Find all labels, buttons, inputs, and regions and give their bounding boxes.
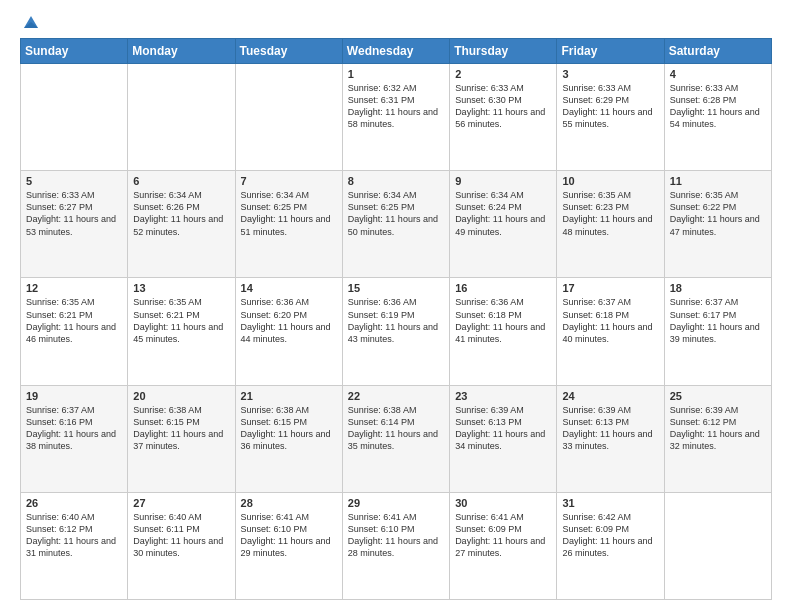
calendar-cell: 31Sunrise: 6:42 AMSunset: 6:09 PMDayligh… bbox=[557, 492, 664, 599]
calendar-cell: 12Sunrise: 6:35 AMSunset: 6:21 PMDayligh… bbox=[21, 278, 128, 385]
day-info: Sunrise: 6:41 AMSunset: 6:09 PMDaylight:… bbox=[455, 511, 551, 560]
calendar-cell: 17Sunrise: 6:37 AMSunset: 6:18 PMDayligh… bbox=[557, 278, 664, 385]
calendar-cell: 20Sunrise: 6:38 AMSunset: 6:15 PMDayligh… bbox=[128, 385, 235, 492]
day-number: 20 bbox=[133, 390, 229, 402]
calendar-cell: 27Sunrise: 6:40 AMSunset: 6:11 PMDayligh… bbox=[128, 492, 235, 599]
day-number: 2 bbox=[455, 68, 551, 80]
calendar-cell: 15Sunrise: 6:36 AMSunset: 6:19 PMDayligh… bbox=[342, 278, 449, 385]
calendar-cell bbox=[21, 64, 128, 171]
calendar-cell: 3Sunrise: 6:33 AMSunset: 6:29 PMDaylight… bbox=[557, 64, 664, 171]
weekday-header-thursday: Thursday bbox=[450, 39, 557, 64]
day-info: Sunrise: 6:40 AMSunset: 6:12 PMDaylight:… bbox=[26, 511, 122, 560]
calendar-cell: 30Sunrise: 6:41 AMSunset: 6:09 PMDayligh… bbox=[450, 492, 557, 599]
day-number: 23 bbox=[455, 390, 551, 402]
weekday-header-friday: Friday bbox=[557, 39, 664, 64]
calendar-cell: 29Sunrise: 6:41 AMSunset: 6:10 PMDayligh… bbox=[342, 492, 449, 599]
logo-icon bbox=[22, 14, 40, 32]
day-info: Sunrise: 6:34 AMSunset: 6:24 PMDaylight:… bbox=[455, 189, 551, 238]
calendar-cell bbox=[664, 492, 771, 599]
day-number: 27 bbox=[133, 497, 229, 509]
day-info: Sunrise: 6:34 AMSunset: 6:25 PMDaylight:… bbox=[241, 189, 337, 238]
calendar-cell bbox=[128, 64, 235, 171]
weekday-header-wednesday: Wednesday bbox=[342, 39, 449, 64]
day-number: 22 bbox=[348, 390, 444, 402]
day-info: Sunrise: 6:40 AMSunset: 6:11 PMDaylight:… bbox=[133, 511, 229, 560]
calendar-cell: 25Sunrise: 6:39 AMSunset: 6:12 PMDayligh… bbox=[664, 385, 771, 492]
calendar-cell: 16Sunrise: 6:36 AMSunset: 6:18 PMDayligh… bbox=[450, 278, 557, 385]
calendar-cell: 13Sunrise: 6:35 AMSunset: 6:21 PMDayligh… bbox=[128, 278, 235, 385]
weekday-header-saturday: Saturday bbox=[664, 39, 771, 64]
calendar-cell: 5Sunrise: 6:33 AMSunset: 6:27 PMDaylight… bbox=[21, 171, 128, 278]
day-info: Sunrise: 6:38 AMSunset: 6:14 PMDaylight:… bbox=[348, 404, 444, 453]
calendar-week-1: 1Sunrise: 6:32 AMSunset: 6:31 PMDaylight… bbox=[21, 64, 772, 171]
day-info: Sunrise: 6:36 AMSunset: 6:18 PMDaylight:… bbox=[455, 296, 551, 345]
day-info: Sunrise: 6:41 AMSunset: 6:10 PMDaylight:… bbox=[348, 511, 444, 560]
day-number: 7 bbox=[241, 175, 337, 187]
day-number: 17 bbox=[562, 282, 658, 294]
day-info: Sunrise: 6:36 AMSunset: 6:20 PMDaylight:… bbox=[241, 296, 337, 345]
day-number: 28 bbox=[241, 497, 337, 509]
day-number: 3 bbox=[562, 68, 658, 80]
day-number: 1 bbox=[348, 68, 444, 80]
calendar-cell: 7Sunrise: 6:34 AMSunset: 6:25 PMDaylight… bbox=[235, 171, 342, 278]
day-number: 30 bbox=[455, 497, 551, 509]
calendar-table: SundayMondayTuesdayWednesdayThursdayFrid… bbox=[20, 38, 772, 600]
calendar-week-3: 12Sunrise: 6:35 AMSunset: 6:21 PMDayligh… bbox=[21, 278, 772, 385]
day-info: Sunrise: 6:38 AMSunset: 6:15 PMDaylight:… bbox=[241, 404, 337, 453]
day-info: Sunrise: 6:33 AMSunset: 6:28 PMDaylight:… bbox=[670, 82, 766, 131]
day-info: Sunrise: 6:33 AMSunset: 6:29 PMDaylight:… bbox=[562, 82, 658, 131]
day-info: Sunrise: 6:37 AMSunset: 6:16 PMDaylight:… bbox=[26, 404, 122, 453]
day-info: Sunrise: 6:42 AMSunset: 6:09 PMDaylight:… bbox=[562, 511, 658, 560]
page: SundayMondayTuesdayWednesdayThursdayFrid… bbox=[0, 0, 792, 612]
calendar-cell: 1Sunrise: 6:32 AMSunset: 6:31 PMDaylight… bbox=[342, 64, 449, 171]
calendar-cell: 28Sunrise: 6:41 AMSunset: 6:10 PMDayligh… bbox=[235, 492, 342, 599]
calendar-cell: 19Sunrise: 6:37 AMSunset: 6:16 PMDayligh… bbox=[21, 385, 128, 492]
calendar-cell: 8Sunrise: 6:34 AMSunset: 6:25 PMDaylight… bbox=[342, 171, 449, 278]
day-info: Sunrise: 6:36 AMSunset: 6:19 PMDaylight:… bbox=[348, 296, 444, 345]
day-number: 6 bbox=[133, 175, 229, 187]
day-number: 8 bbox=[348, 175, 444, 187]
day-info: Sunrise: 6:33 AMSunset: 6:27 PMDaylight:… bbox=[26, 189, 122, 238]
calendar-cell bbox=[235, 64, 342, 171]
day-number: 18 bbox=[670, 282, 766, 294]
day-number: 5 bbox=[26, 175, 122, 187]
day-number: 12 bbox=[26, 282, 122, 294]
day-info: Sunrise: 6:34 AMSunset: 6:26 PMDaylight:… bbox=[133, 189, 229, 238]
day-number: 16 bbox=[455, 282, 551, 294]
calendar-cell: 14Sunrise: 6:36 AMSunset: 6:20 PMDayligh… bbox=[235, 278, 342, 385]
day-info: Sunrise: 6:35 AMSunset: 6:21 PMDaylight:… bbox=[133, 296, 229, 345]
day-number: 25 bbox=[670, 390, 766, 402]
calendar-cell: 4Sunrise: 6:33 AMSunset: 6:28 PMDaylight… bbox=[664, 64, 771, 171]
calendar-cell: 24Sunrise: 6:39 AMSunset: 6:13 PMDayligh… bbox=[557, 385, 664, 492]
day-number: 14 bbox=[241, 282, 337, 294]
day-number: 19 bbox=[26, 390, 122, 402]
day-info: Sunrise: 6:35 AMSunset: 6:21 PMDaylight:… bbox=[26, 296, 122, 345]
calendar-cell: 26Sunrise: 6:40 AMSunset: 6:12 PMDayligh… bbox=[21, 492, 128, 599]
calendar-week-5: 26Sunrise: 6:40 AMSunset: 6:12 PMDayligh… bbox=[21, 492, 772, 599]
calendar-cell: 22Sunrise: 6:38 AMSunset: 6:14 PMDayligh… bbox=[342, 385, 449, 492]
weekday-header-sunday: Sunday bbox=[21, 39, 128, 64]
calendar-cell: 11Sunrise: 6:35 AMSunset: 6:22 PMDayligh… bbox=[664, 171, 771, 278]
day-info: Sunrise: 6:33 AMSunset: 6:30 PMDaylight:… bbox=[455, 82, 551, 131]
day-number: 15 bbox=[348, 282, 444, 294]
day-info: Sunrise: 6:37 AMSunset: 6:17 PMDaylight:… bbox=[670, 296, 766, 345]
calendar-cell: 2Sunrise: 6:33 AMSunset: 6:30 PMDaylight… bbox=[450, 64, 557, 171]
day-info: Sunrise: 6:32 AMSunset: 6:31 PMDaylight:… bbox=[348, 82, 444, 131]
calendar-week-4: 19Sunrise: 6:37 AMSunset: 6:16 PMDayligh… bbox=[21, 385, 772, 492]
day-info: Sunrise: 6:34 AMSunset: 6:25 PMDaylight:… bbox=[348, 189, 444, 238]
calendar-week-2: 5Sunrise: 6:33 AMSunset: 6:27 PMDaylight… bbox=[21, 171, 772, 278]
day-info: Sunrise: 6:39 AMSunset: 6:12 PMDaylight:… bbox=[670, 404, 766, 453]
day-number: 21 bbox=[241, 390, 337, 402]
logo bbox=[20, 16, 40, 32]
day-number: 10 bbox=[562, 175, 658, 187]
calendar-cell: 23Sunrise: 6:39 AMSunset: 6:13 PMDayligh… bbox=[450, 385, 557, 492]
day-number: 9 bbox=[455, 175, 551, 187]
day-info: Sunrise: 6:35 AMSunset: 6:23 PMDaylight:… bbox=[562, 189, 658, 238]
header bbox=[20, 16, 772, 32]
weekday-header-monday: Monday bbox=[128, 39, 235, 64]
calendar-cell: 6Sunrise: 6:34 AMSunset: 6:26 PMDaylight… bbox=[128, 171, 235, 278]
day-info: Sunrise: 6:39 AMSunset: 6:13 PMDaylight:… bbox=[455, 404, 551, 453]
day-info: Sunrise: 6:41 AMSunset: 6:10 PMDaylight:… bbox=[241, 511, 337, 560]
day-number: 31 bbox=[562, 497, 658, 509]
day-info: Sunrise: 6:38 AMSunset: 6:15 PMDaylight:… bbox=[133, 404, 229, 453]
